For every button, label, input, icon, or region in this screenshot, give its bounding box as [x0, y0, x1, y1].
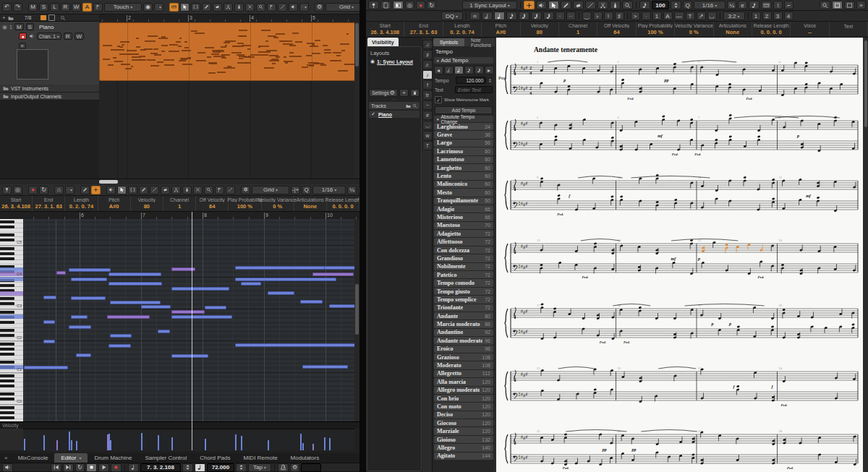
- midi-note[interactable]: [43, 340, 55, 343]
- split-tool[interactable]: [224, 3, 233, 12]
- note-64th-button[interactable]: [543, 12, 554, 20]
- midi-note[interactable]: [171, 287, 229, 291]
- acoustic-feedback-button[interactable]: [106, 186, 116, 194]
- suspend-automation-button[interactable]: A: [82, 3, 92, 12]
- half-note-button[interactable]: [444, 66, 454, 74]
- move-mode-icon[interactable]: ↕: [773, 1, 783, 9]
- black-key[interactable]: [0, 334, 14, 337]
- velocity-lane-label[interactable]: Velocity: [2, 423, 18, 428]
- position-display[interactable]: 7. 3. 2.108: [140, 463, 181, 472]
- lower-zone-tab-mixconsole[interactable]: MixConsole: [12, 453, 55, 463]
- black-key[interactable]: [0, 239, 14, 241]
- tempo-item-con-moto[interactable]: Con moto120: [434, 403, 493, 410]
- track-write-button[interactable]: W: [75, 33, 85, 40]
- midi-note[interactable]: [324, 266, 354, 270]
- midi-note[interactable]: [71, 296, 106, 300]
- natural-button[interactable]: ♮: [604, 12, 613, 20]
- add-tempo-header[interactable]: ▾Add Tempo: [434, 57, 493, 64]
- line-tool[interactable]: [278, 3, 287, 12]
- velocity-bar[interactable]: [171, 444, 173, 450]
- tempo-item-tempo-comodo[interactable]: Tempo comodo72: [434, 279, 493, 286]
- snap-gear-icon[interactable]: ⚙: [315, 3, 324, 12]
- note-grid[interactable]: [23, 219, 354, 421]
- clef-icon[interactable]: ♫: [422, 40, 433, 49]
- quarter-note-button[interactable]: [454, 66, 464, 74]
- split-tool[interactable]: [597, 1, 608, 9]
- black-key[interactable]: [0, 311, 14, 314]
- lower-zone-tab-chord-pads[interactable]: Chord Pads: [193, 453, 237, 463]
- tempo-item-marcia-moderato[interactable]: Marcia moderato86: [434, 320, 493, 327]
- tempo-icon[interactable]: ♪: [422, 70, 433, 80]
- part-border-icon[interactable]: ⌂: [54, 186, 64, 194]
- tempo-item-giocoso[interactable]: Giocoso120: [434, 419, 493, 426]
- black-key[interactable]: [0, 398, 14, 400]
- split-tool[interactable]: [171, 186, 181, 194]
- tempo-item-maestoso[interactable]: Maestoso70: [434, 222, 493, 229]
- erase-tool[interactable]: [161, 186, 170, 194]
- info-field-off-velocity[interactable]: Off Velocity64: [196, 196, 229, 211]
- velocity-bar[interactable]: [312, 444, 314, 450]
- midi-note[interactable]: [329, 304, 354, 308]
- pedal-icon[interactable]: ⌐: [784, 1, 793, 9]
- layout-settings-button[interactable]: Settings⚙: [369, 89, 398, 97]
- tempo-item-adagietto[interactable]: Adagietto72: [434, 230, 493, 237]
- more-icon[interactable]: »: [856, 1, 866, 9]
- tempo-item-nobilmente[interactable]: Nobilmente72: [434, 263, 493, 270]
- draw-tool[interactable]: [561, 1, 571, 9]
- instrument-picture[interactable]: [17, 49, 48, 80]
- tempo-item-larghissimo[interactable]: Larghissimo24: [434, 123, 493, 130]
- black-key[interactable]: [0, 343, 14, 346]
- tempo-text-field[interactable]: Enter Text: [455, 86, 493, 93]
- tempo-item-grazioso[interactable]: Grazioso108: [434, 353, 493, 361]
- automation-mode-select[interactable]: Touch▾: [104, 3, 142, 12]
- glissando-button[interactable]: ↗: [697, 12, 706, 20]
- length-stepper[interactable]: [671, 1, 681, 9]
- black-key[interactable]: [0, 348, 14, 351]
- staccato-button[interactable]: ·: [642, 12, 651, 20]
- tempo-item-andante[interactable]: Andante80: [434, 312, 493, 319]
- quantize-select[interactable]: 1/16▾: [694, 1, 726, 9]
- black-key[interactable]: [0, 220, 14, 223]
- midi-note[interactable]: [268, 291, 294, 295]
- note-whole-button[interactable]: [469, 12, 480, 20]
- info-field-velocity-variance[interactable]: Velocity Variance0 %: [675, 22, 713, 37]
- track-visible-check[interactable]: ✓: [371, 111, 375, 117]
- listen-button[interactable]: L: [50, 3, 59, 12]
- tempo-item-con-dolcezza[interactable]: Con dolcezza72: [434, 246, 493, 254]
- info-field-end[interactable]: End27. 3. 1. 63: [404, 22, 443, 37]
- midi-part[interactable]: [99, 22, 356, 81]
- redo-icon[interactable]: ↷: [13, 3, 22, 12]
- pin-icon[interactable]: [2, 186, 12, 194]
- folder-track-input-output-channels[interactable]: Input/Output Channels: [0, 93, 99, 100]
- tap-tempo-button[interactable]: Tap▾: [248, 463, 271, 472]
- tempo-item-alla-marcia[interactable]: Alla marcia120: [434, 378, 493, 385]
- score-page[interactable]: Andante teneramente Pno ♯♯♯♯♯♯24241234pp…: [496, 38, 863, 472]
- zone-right-toggle[interactable]: [844, 1, 855, 9]
- info-field-length[interactable]: Length0. 2. 0. 74: [65, 196, 98, 211]
- black-key[interactable]: [0, 406, 14, 409]
- midi-note[interactable]: [43, 320, 55, 324]
- project-vscrollbar[interactable]: [354, 22, 359, 179]
- step-input-icon[interactable]: [749, 1, 760, 9]
- velocity-bar[interactable]: [71, 440, 72, 450]
- tempo-item-lamentoso[interactable]: Lamentoso60: [434, 156, 493, 163]
- tempo-item-allegro-moderato[interactable]: Allegro moderato120: [434, 387, 493, 394]
- midi-note[interactable]: [109, 282, 162, 286]
- info-field-length[interactable]: Length0. 2. 0. 74: [443, 22, 482, 37]
- object-select-tool[interactable]: [180, 3, 190, 12]
- marker-field[interactable]: [301, 463, 321, 472]
- midi-note[interactable]: [302, 365, 348, 369]
- midi-note[interactable]: [312, 273, 354, 276]
- midi-note[interactable]: [56, 271, 66, 275]
- tempo-item-eroico[interactable]: Eroico96: [434, 346, 493, 353]
- voice-3-button[interactable]: 3: [773, 12, 783, 20]
- marker-button[interactable]: T: [686, 12, 695, 20]
- black-key[interactable]: [0, 361, 14, 364]
- object-select-tool[interactable]: [548, 1, 559, 9]
- midi-note[interactable]: [71, 278, 107, 281]
- dot-button[interactable]: ·: [556, 12, 565, 20]
- crosshair-icon[interactable]: [524, 1, 535, 9]
- tempo-sig-icon[interactable]: [195, 463, 205, 472]
- velocity-bar[interactable]: [235, 443, 237, 450]
- color-tool[interactable]: ▾: [299, 3, 309, 12]
